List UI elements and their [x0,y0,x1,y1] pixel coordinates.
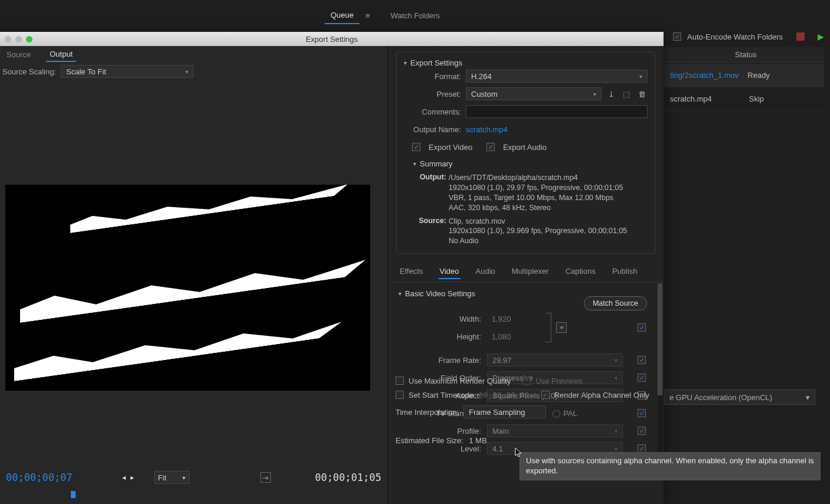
tab-queue[interactable]: Queue [325,7,360,24]
chevron-down-icon: ▾ [404,60,407,66]
alpha-only-checkbox[interactable] [541,391,550,399]
queue-row[interactable]: scratch.mp4 Skip [664,87,824,111]
export-audio-label: Export Audio [503,143,547,152]
chevron-down-icon: ▾ [398,290,401,297]
title-bar: Export Settings [0,32,664,46]
export-audio-checkbox[interactable] [486,143,495,151]
source-scaling-label: Source Scaling: [2,67,56,76]
height-label: Height: [398,332,487,341]
comments-input[interactable] [466,105,648,118]
source-scaling-dropdown[interactable]: Scale To Fit [61,65,194,78]
format-dropdown[interactable]: H.264 [466,70,648,83]
auto-encode-checkbox[interactable] [673,32,681,41]
tab-publish[interactable]: Publish [611,264,639,279]
use-previews-checkbox [522,377,531,385]
use-previews-label: Use Previews [535,377,582,385]
preview-pane: Source Output Source Scaling: Scale To F… [0,46,387,504]
queue-item-path[interactable]: ting/2scratch_1.mov [670,71,738,80]
playhead-icon[interactable] [71,491,76,498]
queue-item-path: scratch.mp4 [670,94,712,103]
level-label: Level: [398,444,487,453]
stop-icon[interactable] [796,32,805,41]
frame-rate-dropdown[interactable]: 29.97 [487,354,623,366]
play-icon[interactable]: ▸ [130,473,134,482]
format-label: Format: [404,72,466,81]
width-value[interactable]: 1,920 [487,315,542,323]
export-video-label: Export Video [429,143,472,152]
link-icon[interactable]: ⚭ [556,322,567,333]
start-timecode-checkbox[interactable] [396,391,404,399]
summary-source-label: Source: [416,217,446,247]
auto-encode-label: Auto-Encode Watch Folders [687,32,783,41]
dimensions-match-checkbox[interactable] [638,323,646,332]
tooltip: Use with sources containing alpha channe… [519,452,821,480]
export-settings-header[interactable]: ▾ Export Settings [404,58,648,67]
max-quality-label: Use Maximum Render Quality [409,377,511,385]
preset-label: Preset: [404,90,466,99]
video-preview[interactable] [5,185,370,391]
maximize-icon[interactable] [26,36,32,42]
frame-rate-match-checkbox[interactable] [638,356,646,364]
tab-watch-folders[interactable]: Watch Folders [385,8,446,24]
save-preset-icon[interactable]: ⤓ [605,88,617,100]
export-settings-section: ▾ Export Settings Format: H.264 Preset: … [396,52,655,254]
tab-video[interactable]: Video [439,264,460,279]
renderer-dropdown[interactable]: e GPU Acceleration (OpenCL) [664,390,815,405]
output-name-label: Output Name: [404,125,466,134]
dialog-title: Export Settings [306,35,358,44]
set-in-out-icon[interactable]: ⇥ [260,472,271,483]
tab-effects[interactable]: Effects [398,264,424,279]
queue-item-status: Skip [749,94,764,103]
start-timecode-value: 00;00;00;00 [479,391,530,400]
play-queue-icon[interactable]: ▶ [818,32,824,41]
output-name-link[interactable]: scratch.mp4 [466,125,508,134]
queue-item-status: Ready [747,71,770,80]
file-size-value: 1 MB [469,436,487,445]
delete-preset-icon[interactable]: 🗑 [636,88,648,100]
tab-audio[interactable]: Audio [475,264,496,279]
tab-output[interactable]: Output [46,47,76,62]
height-value[interactable]: 1,080 [487,332,542,341]
file-size-label: Estimated File Size: [396,436,463,445]
queue-menu-icon[interactable]: ≡ [365,11,370,20]
step-back-icon[interactable]: ◂ [122,473,126,482]
comments-label: Comments: [404,107,466,116]
link-bracket [545,313,551,342]
tab-source[interactable]: Source [3,48,34,61]
time-interpolation-dropdown[interactable]: Frame Sampling [463,405,546,418]
minimize-icon[interactable] [15,36,22,42]
zoom-fit-dropdown[interactable]: Fit [154,471,189,484]
time-in[interactable]: 00;00;00;07 [6,472,73,483]
tab-captions[interactable]: Captions [564,264,597,279]
tab-multiplexer[interactable]: Multiplexer [511,264,550,279]
max-quality-checkbox[interactable] [396,377,404,385]
level-match-checkbox[interactable] [638,444,646,453]
preset-dropdown[interactable]: Custom [466,87,602,100]
chevron-down-icon: ▾ [413,161,416,167]
import-preset-icon[interactable]: ⬚ [620,88,632,100]
time-interpolation-label: Time Interpolation: [396,408,459,417]
close-icon[interactable] [5,36,11,42]
export-video-checkbox[interactable] [412,143,420,151]
export-settings-dialog: Export Settings Source Output Source Sca… [0,32,664,504]
frame-rate-label: Frame Rate: [398,356,487,365]
summary-header[interactable]: ▾ Summary [413,159,648,168]
summary-output-label: Output: [416,173,446,213]
queue-row[interactable]: ting/2scratch_1.mov Ready [664,64,824,87]
status-column-header: Status [664,47,824,63]
alpha-only-label: Render Alpha Channel Only [554,391,649,400]
time-out: 00;00;01;05 [315,472,381,483]
summary-output-text: /Users/TDT/Desktop/alpha/scratch.mp4 192… [449,173,648,213]
start-timecode-label: Set Start Timecode [409,391,474,400]
width-label: Width: [398,315,487,323]
summary-source-text: Clip, scratch.mov 1920x1080 (1.0), 29.96… [449,217,648,247]
match-source-button[interactable]: Match Source [584,296,647,310]
